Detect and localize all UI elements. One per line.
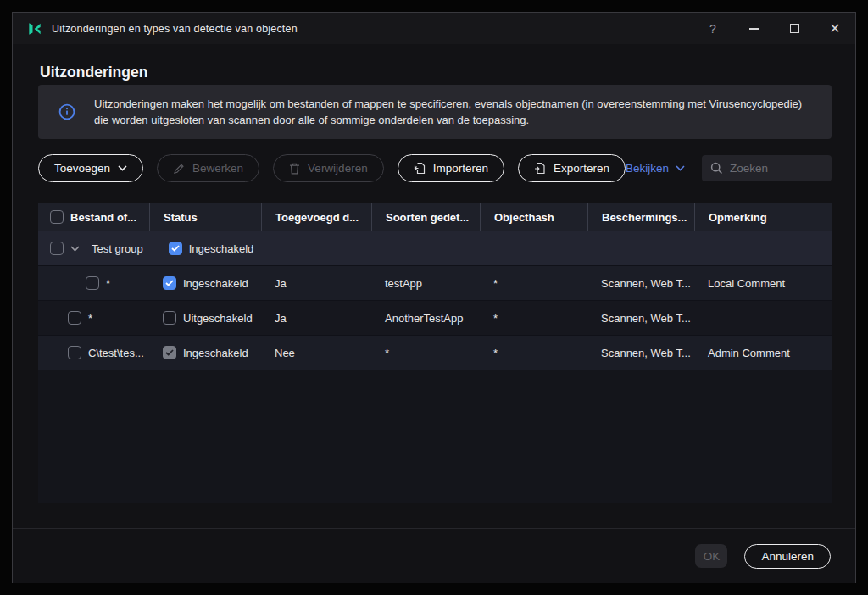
kaspersky-logo	[26, 20, 43, 37]
exclusions-table: Bestand of... Status Toegevoegd d... Soo…	[38, 203, 832, 503]
status-checkbox[interactable]	[169, 242, 182, 255]
info-banner: Uitzonderingen maken het mogelijk om bes…	[38, 85, 832, 139]
ok-button[interactable]: OK	[695, 544, 727, 568]
trash-icon	[289, 163, 300, 175]
chevron-down-icon	[676, 165, 685, 171]
file-value: *	[106, 277, 110, 290]
export-button-label: Exporteren	[554, 162, 609, 175]
header-added-by[interactable]: Toegevoegd d...	[261, 203, 371, 231]
table-header: Bestand of... Status Toegevoegd d... Soo…	[38, 203, 832, 231]
status-label: Ingeschakeld	[189, 242, 254, 255]
protection-value: Scannen, Web T...	[587, 347, 694, 359]
comment-value: Admin Comment	[694, 347, 804, 359]
dialog-window: Uitzonderingen en types van detectie van…	[12, 12, 856, 583]
import-button[interactable]: Importeren	[398, 154, 504, 182]
added-by-value: Ja	[261, 312, 371, 325]
search-box[interactable]	[702, 155, 832, 181]
delete-button-label: Verwijderen	[308, 162, 368, 175]
header-file[interactable]: Bestand of...	[38, 203, 149, 231]
status-checkbox[interactable]	[163, 276, 176, 290]
help-icon[interactable]: ?	[693, 13, 733, 44]
protection-value: Scannen, Web T...	[587, 277, 694, 290]
table-row[interactable]: C\test\tes... Ingeschakeld Nee * * Scann…	[38, 336, 832, 370]
close-icon[interactable]: ✕	[815, 13, 855, 44]
toolbar: Toevoegen Bewerken Verwijderen Importere…	[38, 154, 832, 182]
row-checkbox[interactable]	[68, 346, 81, 359]
pencil-icon	[173, 163, 185, 175]
select-all-checkbox[interactable]	[50, 210, 64, 224]
collapse-group-icon[interactable]	[70, 246, 80, 252]
dialog-footer: OK Annuleren	[13, 528, 855, 583]
import-button-label: Importeren	[433, 162, 488, 175]
maximize-icon[interactable]	[774, 13, 815, 44]
table-row[interactable]: * Uitgeschakeld Ja AnotherTestApp * Scan…	[38, 301, 832, 336]
row-checkbox[interactable]	[68, 311, 81, 325]
table-row-group[interactable]: Test group Ingeschakeld	[38, 231, 832, 266]
object-types-value: *	[371, 347, 480, 359]
minimize-icon[interactable]	[733, 13, 774, 44]
header-object-types[interactable]: Soorten gedet...	[371, 203, 480, 231]
import-icon	[414, 162, 426, 175]
object-hash-value: *	[480, 277, 587, 290]
file-value: *	[88, 312, 92, 325]
header-spacer	[804, 203, 832, 231]
export-button[interactable]: Exporteren	[518, 154, 626, 182]
cancel-button[interactable]: Annuleren	[744, 544, 831, 569]
view-dropdown-label: Bekijken	[626, 162, 669, 175]
file-value: C\test\tes...	[88, 347, 144, 359]
object-hash-value: *	[480, 347, 587, 359]
titlebar: Uitzonderingen en types van detectie van…	[13, 13, 855, 44]
header-comment[interactable]: Opmerking	[694, 203, 804, 231]
object-types-value: testApp	[371, 277, 480, 290]
page-title: Uitzonderingen	[40, 64, 147, 81]
search-input[interactable]	[730, 162, 823, 175]
added-by-value: Nee	[261, 347, 371, 359]
object-types-value: AnotherTestApp	[371, 312, 480, 325]
chevron-down-icon	[118, 165, 127, 171]
object-hash-value: *	[480, 312, 587, 325]
protection-value: Scannen, Web T...	[587, 312, 694, 325]
header-status[interactable]: Status	[149, 203, 261, 231]
edit-button[interactable]: Bewerken	[157, 154, 259, 182]
status-label: Uitgeschakeld	[183, 312, 253, 325]
status-checkbox[interactable]	[163, 346, 176, 359]
info-icon	[58, 103, 75, 120]
status-label: Ingeschakeld	[183, 347, 248, 359]
header-protection[interactable]: Beschermings...	[587, 203, 694, 231]
comment-value: Local Comment	[694, 277, 804, 290]
status-label: Ingeschakeld	[183, 277, 248, 290]
added-by-value: Ja	[261, 277, 371, 290]
window-title: Uitzonderingen en types van detectie van…	[52, 23, 298, 35]
info-text: Uitzonderingen maken het mogelijk om bes…	[94, 96, 820, 128]
row-checkbox[interactable]	[50, 242, 64, 255]
add-button[interactable]: Toevoegen	[38, 154, 143, 182]
search-icon	[710, 162, 723, 175]
add-button-label: Toevoegen	[54, 162, 110, 175]
status-checkbox[interactable]	[163, 311, 176, 325]
view-dropdown[interactable]: Bekijken	[626, 162, 685, 175]
header-object-hash[interactable]: Objecthash	[480, 203, 587, 231]
export-icon	[534, 162, 546, 175]
group-name: Test group	[92, 242, 143, 255]
edit-button-label: Bewerken	[192, 162, 243, 175]
row-checkbox[interactable]	[86, 276, 99, 290]
delete-button[interactable]: Verwijderen	[273, 154, 384, 182]
table-row[interactable]: * Ingeschakeld Ja testApp * Scannen, Web…	[38, 266, 832, 301]
